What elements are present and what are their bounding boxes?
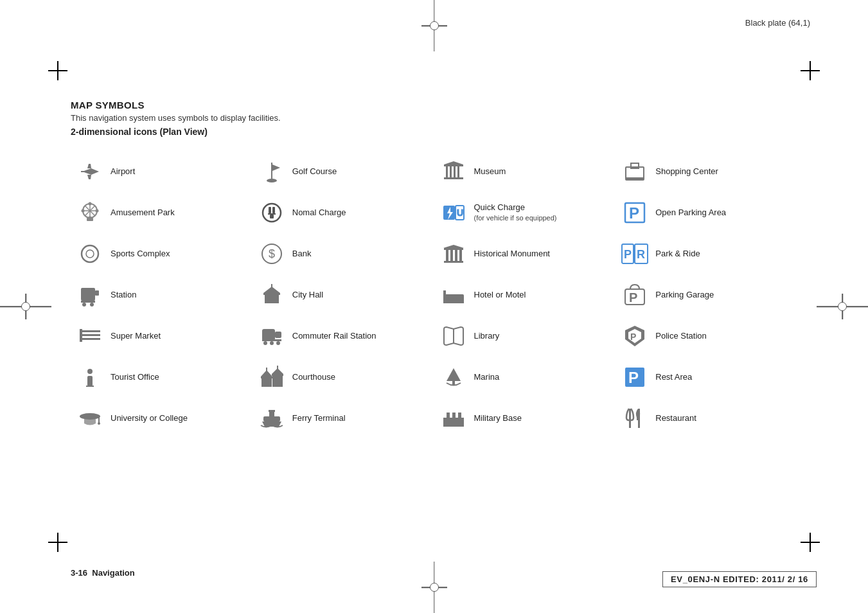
svg-rect-88 [86,386,94,387]
svg-rect-111 [447,413,450,420]
section-title: MAP SYMBOLS [71,100,797,111]
svg-marker-1 [87,164,91,168]
historical-monument-icon [439,240,468,268]
parking-garage-label: Parking Garage [655,290,714,301]
svg-rect-113 [458,413,461,420]
svg-rect-10 [450,166,452,177]
svg-rect-55 [81,301,95,303]
svg-marker-5 [272,164,280,171]
parking-garage-icon: P [621,281,649,309]
footer-code: EV_0ENJ-N EDITED: 2011/ 2/ 16 [662,571,817,587]
nomal-charge-label: Nomal Charge [292,208,346,218]
sports-complex-icon [76,240,104,268]
svg-rect-30 [268,213,276,215]
list-item: P Rest Area [616,357,797,398]
amusement-park-label: Amusement Park [111,208,175,218]
reg-mark-bottom-left [51,536,64,549]
hotel-motel-icon [439,281,468,309]
svg-rect-87 [87,376,93,386]
list-item: Shopping Center [616,151,797,192]
svg-rect-89 [261,378,272,387]
svg-point-25 [96,209,99,213]
svg-rect-71 [80,334,100,336]
list-item: $ Bank [252,233,434,274]
ferry-terminal-icon [258,404,286,432]
list-item: Nomal Charge [252,192,434,233]
svg-rect-45 [450,250,453,261]
svg-rect-59 [269,297,274,303]
svg-point-39 [86,250,94,258]
svg-rect-75 [275,332,281,338]
list-item: Hotel or Motel [434,274,616,315]
svg-rect-44 [446,250,448,261]
reg-mark-top-right [804,64,817,77]
svg-point-27 [263,204,281,222]
station-icon [76,281,104,309]
svg-point-38 [82,245,98,262]
city-hall-label: City Hall [292,290,323,301]
library-icon [439,322,468,350]
commuter-rail-label: Commuter Rail Station [292,331,376,342]
courthouse-icon [258,363,286,391]
list-item: University or College [71,398,252,439]
svg-rect-42 [444,261,463,263]
bank-label: Bank [292,249,312,260]
svg-rect-64 [443,299,464,303]
city-hall-icon [258,281,286,309]
svg-marker-13 [444,161,463,164]
military-base-icon [439,404,468,432]
svg-rect-76 [262,339,281,341]
list-item: Library [434,315,616,357]
svg-rect-92 [272,374,283,376]
svg-rect-60 [263,293,280,295]
library-label: Library [474,331,500,342]
svg-text:P: P [628,369,639,386]
list-item: Airport [71,151,252,192]
svg-rect-47 [459,250,462,261]
footer-page-number: 3-16 [71,568,87,578]
restaurant-label: Restaurant [655,413,696,424]
marina-label: Marina [474,372,500,383]
svg-marker-61 [263,287,280,293]
icons-grid: Airport Golf Course [71,151,797,439]
police-station-label: Police Station [655,331,707,342]
list-item: Amusement Park [71,192,252,233]
svg-rect-105 [263,416,280,422]
svg-rect-12 [457,166,459,177]
marina-icon [439,363,468,391]
section-desc: This navigation system uses symbols to d… [71,113,797,123]
police-station-icon: P [621,322,649,350]
crosshair-right [817,294,868,319]
rest-area-label: Rest Area [655,372,692,383]
list-item: Courthouse [252,357,434,398]
hotel-motel-label: Hotel or Motel [474,290,526,301]
list-item: Military Base [434,398,616,439]
list-item: Restaurant [616,398,797,439]
list-item: Ferry Terminal [252,398,434,439]
shopping-center-label: Shopping Center [655,166,718,177]
list-item: Sports Complex [71,233,252,274]
reg-mark-top-left [51,64,64,77]
nomal-charge-icon [258,199,286,227]
svg-rect-109 [443,419,464,427]
golf-course-label: Golf Course [292,166,337,177]
list-item: Commuter Rail Station [252,315,434,357]
list-item: Marina [434,357,616,398]
svg-point-104 [98,422,100,425]
section-subtitle: 2-dimensional icons (Plan View) [71,127,797,137]
svg-point-56 [82,303,86,306]
svg-rect-67 [456,294,462,299]
airport-icon [76,157,104,186]
list-item: P Parking Garage [616,274,797,315]
svg-rect-70 [80,330,100,332]
svg-rect-65 [443,290,446,302]
park-ride-label: Park & Ride [655,249,700,260]
golf-course-icon [258,157,286,186]
svg-rect-107 [269,411,274,416]
reg-mark-bottom-right [804,536,817,549]
svg-text:$: $ [269,247,275,260]
rest-area-icon: P [621,363,649,391]
svg-rect-80 [263,332,266,335]
svg-text:P: P [629,204,639,222]
plate-text: Black plate (64,1) [745,18,810,28]
